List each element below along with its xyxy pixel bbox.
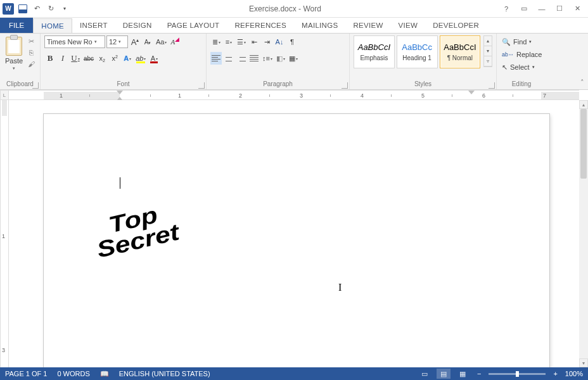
status-word-count[interactable]: 0 WORDS xyxy=(57,370,89,377)
decrease-indent-button[interactable]: ⇤ xyxy=(248,35,260,48)
select-icon: ↖ xyxy=(502,63,508,72)
tab-selector[interactable]: L xyxy=(0,90,9,100)
find-button[interactable]: 🔍Find▾ xyxy=(501,35,533,48)
minimize-button[interactable]: — xyxy=(536,3,547,15)
align-center-button[interactable] xyxy=(223,52,234,65)
underline-button[interactable]: U▾ xyxy=(70,52,81,65)
window-title: Exercise.docx - Word xyxy=(70,4,501,13)
zoom-slider-thumb[interactable] xyxy=(516,371,519,377)
collapse-ribbon-button[interactable]: ˄ xyxy=(580,79,584,87)
styles-scroll-up[interactable]: ▴ xyxy=(484,36,492,46)
tab-mailings[interactable]: MAILINGS xyxy=(294,18,345,33)
maximize-button[interactable]: ☐ xyxy=(554,3,565,15)
highlight-button[interactable]: ab▾ xyxy=(134,52,147,65)
save-button[interactable] xyxy=(18,4,28,14)
tab-design[interactable]: DESIGN xyxy=(115,18,160,33)
view-print-layout[interactable]: ▤ xyxy=(437,369,451,379)
zoom-in-button[interactable]: + xyxy=(551,370,559,377)
tab-view[interactable]: VIEW xyxy=(391,18,426,33)
help-button[interactable]: ? xyxy=(501,3,512,15)
sort-button[interactable]: A↓ xyxy=(274,35,285,48)
font-color-button[interactable]: A▾ xyxy=(148,52,160,65)
strikethrough-button[interactable]: abc xyxy=(82,52,95,65)
clear-formatting-button[interactable]: A◢ xyxy=(169,35,181,48)
close-button[interactable]: ✕ xyxy=(572,3,583,15)
undo-button[interactable]: ↶ xyxy=(32,4,42,14)
text-effects-button[interactable]: A▾ xyxy=(122,52,133,65)
wordart-object[interactable]: Top Secret xyxy=(90,200,181,261)
multilevel-list-button[interactable]: ☰▾ xyxy=(236,35,247,48)
shading-button[interactable]: ◧▾ xyxy=(275,52,286,65)
group-clipboard: Paste ▾ ✂ ⎘ 🖌 Clipboard xyxy=(0,34,41,89)
font-dialog-launcher[interactable] xyxy=(198,82,205,89)
shrink-font-button[interactable]: A▾ xyxy=(142,35,153,48)
numbering-button[interactable]: ≡▾ xyxy=(223,35,234,48)
line-spacing-button[interactable]: ↕≡▾ xyxy=(261,52,274,65)
show-hide-button[interactable]: ¶ xyxy=(286,35,298,48)
tab-insert[interactable]: INSERT xyxy=(72,18,115,33)
group-font: Times New Ro▾ 12▾ A▴ A▾ Aa▾ A◢ B I U▾ ab… xyxy=(41,34,207,89)
styles-scroll-down[interactable]: ▾ xyxy=(484,46,492,56)
styles-dialog-launcher[interactable] xyxy=(489,82,495,89)
borders-button[interactable]: ▦▾ xyxy=(288,52,299,65)
status-language[interactable]: ENGLISH (UNITED STATES) xyxy=(119,370,210,377)
font-name-combo[interactable]: Times New Ro▾ xyxy=(44,35,105,48)
tab-references[interactable]: REFERENCES xyxy=(227,18,294,33)
copy-button[interactable]: ⎘ xyxy=(26,48,36,57)
clipboard-dialog-launcher[interactable] xyxy=(32,82,39,89)
style-heading1[interactable]: AaBbCc Heading 1 xyxy=(397,35,438,68)
font-size-combo[interactable]: 12▾ xyxy=(106,35,128,48)
tab-developer[interactable]: DEVELOPER xyxy=(425,18,487,33)
qat-customize-dropdown[interactable]: ▾ xyxy=(60,4,70,14)
bullets-button[interactable]: ≣▾ xyxy=(210,35,222,48)
grow-font-button[interactable]: A▴ xyxy=(129,35,141,48)
status-page[interactable]: PAGE 1 OF 1 xyxy=(5,370,47,377)
italic-button[interactable]: I xyxy=(57,52,68,65)
ribbon: Paste ▾ ✂ ⎘ 🖌 Clipboard Times New Ro▾ 12… xyxy=(0,33,588,90)
word-app-icon: W xyxy=(3,3,14,15)
tab-review[interactable]: REVIEW xyxy=(345,18,390,33)
first-line-indent-marker[interactable] xyxy=(117,91,123,94)
view-web-layout[interactable]: ▦ xyxy=(456,369,470,379)
align-right-button[interactable] xyxy=(236,52,247,65)
quick-access-toolbar: W ↶ ↻ ▾ xyxy=(0,3,70,15)
bold-button[interactable]: B xyxy=(44,52,56,65)
status-spellcheck-icon[interactable]: 📖 xyxy=(100,370,109,378)
cut-button[interactable]: ✂ xyxy=(26,37,36,46)
replace-button[interactable]: ab↔Replace xyxy=(501,48,543,61)
group-styles: AaBbCcI Emphasis AaBbCc Heading 1 AaBbCc… xyxy=(350,34,497,89)
superscript-button[interactable]: x2 xyxy=(109,52,120,65)
tab-page-layout[interactable]: PAGE LAYOUT xyxy=(160,18,227,33)
vertical-ruler[interactable]: 1 3 xyxy=(0,100,9,367)
scroll-up-button[interactable]: ▴ xyxy=(579,100,588,109)
styles-expand[interactable]: ▿ xyxy=(484,56,492,66)
paragraph-dialog-launcher[interactable] xyxy=(342,82,348,89)
increase-indent-button[interactable]: ⇥ xyxy=(261,35,272,48)
page[interactable]: Top Secret I xyxy=(44,114,549,367)
justify-button[interactable] xyxy=(248,52,260,65)
select-button[interactable]: ↖Select▾ xyxy=(501,61,536,73)
scroll-thumb[interactable] xyxy=(580,109,587,179)
view-read-mode[interactable]: ▭ xyxy=(418,369,431,379)
document-scroll-area[interactable]: Top Secret I xyxy=(9,100,579,367)
ribbon-display-options[interactable]: ▭ xyxy=(518,3,530,15)
style-normal[interactable]: AaBbCcI ¶ Normal xyxy=(440,35,481,68)
horizontal-ruler[interactable]: 1 1 2 3 4 5 6 7 xyxy=(9,90,579,100)
zoom-slider[interactable] xyxy=(489,373,546,375)
redo-button[interactable]: ↻ xyxy=(46,4,56,14)
align-left-button[interactable] xyxy=(210,52,222,65)
zoom-level[interactable]: 100% xyxy=(565,370,583,377)
file-tab[interactable]: FILE xyxy=(0,18,33,33)
subscript-button[interactable]: x2 xyxy=(96,52,108,65)
zoom-out-button[interactable]: − xyxy=(475,370,483,377)
style-emphasis[interactable]: AaBbCcI Emphasis xyxy=(354,35,395,68)
format-painter-button[interactable]: 🖌 xyxy=(26,60,36,68)
tab-home[interactable]: HOME xyxy=(33,18,72,34)
change-case-button[interactable]: Aa▾ xyxy=(155,35,168,48)
paste-button[interactable]: Paste ▾ xyxy=(4,35,24,71)
vertical-scrollbar[interactable]: ▴ ▾ xyxy=(579,100,588,367)
scroll-down-button[interactable]: ▾ xyxy=(579,358,588,367)
replace-icon: ab↔ xyxy=(502,51,514,58)
find-icon: 🔍 xyxy=(502,38,511,46)
right-indent-marker[interactable] xyxy=(468,91,475,94)
